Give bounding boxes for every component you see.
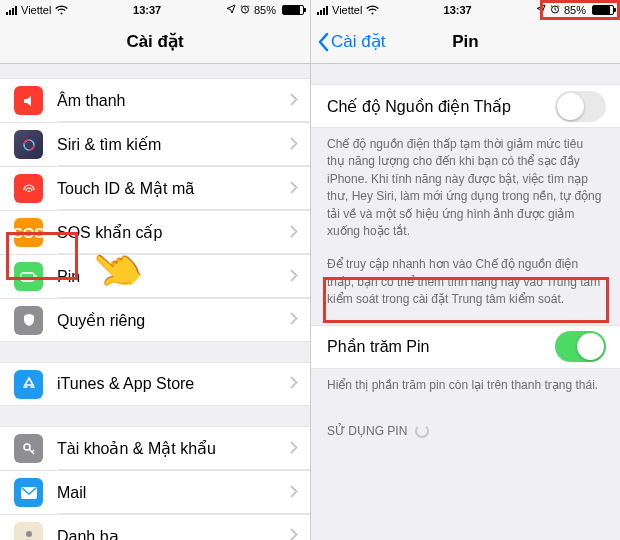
row-siri[interactable]: Siri & tìm kiếm [0,122,310,166]
contacts-icon [14,522,43,541]
row-label: Quyền riêng [57,311,290,330]
row-label: Pin [57,268,290,286]
row-battery-percent[interactable]: Phần trăm Pin [311,325,620,369]
row-label: Siri & tìm kiếm [57,135,290,154]
row-label: SOS khẩn cấp [57,223,290,242]
chevron-right-icon [290,484,298,502]
row-contacts[interactable]: Danh bạ [0,514,310,540]
status-bar: Viettel 13:37 85% [0,0,310,20]
nav-header: Cài đặt [0,20,310,64]
row-label: Âm thanh [57,92,290,110]
appstore-icon [14,370,43,399]
chevron-right-icon [290,92,298,110]
row-label: iTunes & App Store [57,375,290,393]
carrier-label: Viettel [21,4,51,16]
row-label: Danh bạ [57,527,290,541]
chevron-right-icon [290,224,298,242]
key-icon [14,434,43,463]
svg-rect-4 [35,275,37,279]
page-title: Pin [452,32,478,52]
row-sos[interactable]: SOS SOS khẩn cấp [0,210,310,254]
settings-list: Âm thanh Siri & tìm kiếm Touch [0,64,310,540]
usage-header: SỬ DỤNG PIN [311,410,620,444]
toggle-battery-percent[interactable] [555,331,606,362]
battery-pct-desc: Hiển thị phần trăm pin còn lại trên than… [311,369,620,410]
right-phone: Viettel 13:37 85% Cài đặt [310,0,620,540]
page-title: Cài đặt [126,31,183,52]
status-time: 13:37 [133,4,161,16]
alarm-icon [550,4,560,16]
battery-icon [592,5,614,15]
battery-icon [282,5,304,15]
spinner-icon [415,424,429,438]
row-low-power[interactable]: Chế độ Nguồn điện Thấp [311,84,620,128]
battery-percent: 85% [564,4,586,16]
row-label: Phần trăm Pin [327,337,555,356]
svg-point-7 [26,531,32,537]
chevron-right-icon [290,527,298,540]
row-accounts[interactable]: Tài khoản & Mật khẩu [0,426,310,470]
signal-icon [317,5,328,15]
wifi-icon [366,5,379,15]
row-touchid[interactable]: Touch ID & Mật mã [0,166,310,210]
alarm-icon [240,4,250,16]
row-label: Tài khoản & Mật khẩu [57,439,290,458]
status-time: 13:37 [444,4,472,16]
siri-icon [14,130,43,159]
battery-percent: 85% [254,4,276,16]
quick-access-desc: Để truy cập nhanh hơn vào Chế độ nguồn đ… [311,256,620,324]
chevron-right-icon [290,180,298,198]
chevron-right-icon [290,136,298,154]
nav-header: Cài đặt Pin [311,20,620,64]
sos-icon: SOS [14,218,43,247]
chevron-right-icon [290,268,298,286]
touchid-icon [14,174,43,203]
row-label: Touch ID & Mật mã [57,179,290,198]
chevron-right-icon [290,311,298,329]
row-label: Chế độ Nguồn điện Thấp [327,97,555,116]
location-icon [536,4,546,16]
battery-settings: Chế độ Nguồn điện Thấp Chế độ nguồn điện… [311,64,620,444]
row-privacy[interactable]: Quyền riêng [0,298,310,342]
location-icon [226,4,236,16]
toggle-low-power[interactable] [555,91,606,122]
low-power-desc: Chế độ nguồn điện thấp tạm thời giảm mức… [311,128,620,256]
row-label: Mail [57,484,290,502]
left-phone: Viettel 13:37 85% Cài đặt [0,0,310,540]
chevron-right-icon [290,375,298,393]
back-label: Cài đặt [331,31,385,52]
mail-icon [14,478,43,507]
svg-rect-3 [21,273,34,281]
back-button[interactable]: Cài đặt [317,20,385,63]
chevron-right-icon [290,440,298,458]
battery-row-icon [14,262,43,291]
signal-icon [6,5,17,15]
sound-icon [14,86,43,115]
privacy-icon [14,306,43,335]
wifi-icon [55,5,68,15]
carrier-label: Viettel [332,4,362,16]
row-sound[interactable]: Âm thanh [0,78,310,122]
status-bar: Viettel 13:37 85% [311,0,620,20]
row-battery[interactable]: Pin [0,254,310,298]
row-mail[interactable]: Mail [0,470,310,514]
row-itunes[interactable]: iTunes & App Store [0,362,310,406]
